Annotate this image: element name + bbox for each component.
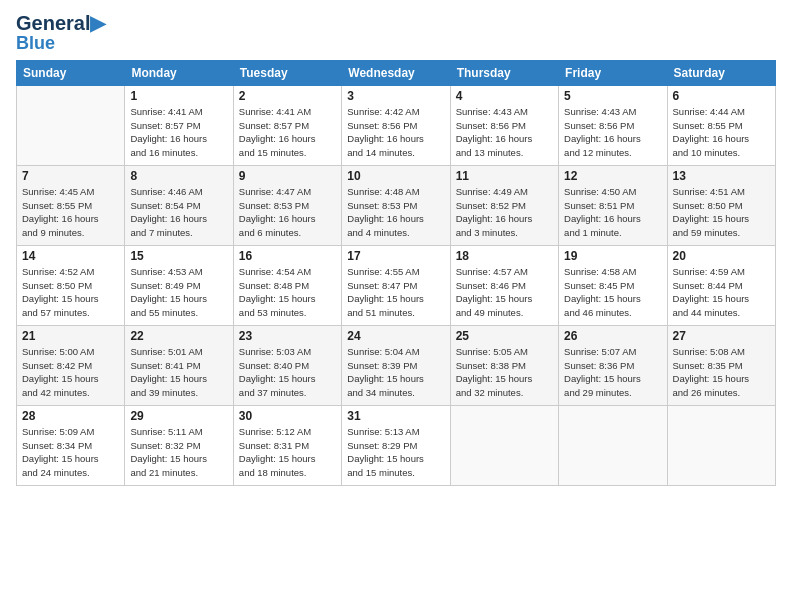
day-info: Sunrise: 4:58 AM Sunset: 8:45 PM Dayligh…: [564, 265, 661, 320]
day-info: Sunrise: 5:03 AM Sunset: 8:40 PM Dayligh…: [239, 345, 336, 400]
calendar-cell: [559, 405, 667, 485]
day-info: Sunrise: 4:43 AM Sunset: 8:56 PM Dayligh…: [564, 105, 661, 160]
day-number: 15: [130, 249, 227, 263]
calendar-header-cell: Friday: [559, 60, 667, 85]
calendar-cell: [17, 85, 125, 165]
calendar-cell: 11Sunrise: 4:49 AM Sunset: 8:52 PM Dayli…: [450, 165, 558, 245]
day-info: Sunrise: 5:12 AM Sunset: 8:31 PM Dayligh…: [239, 425, 336, 480]
day-number: 13: [673, 169, 770, 183]
calendar-cell: 8Sunrise: 4:46 AM Sunset: 8:54 PM Daylig…: [125, 165, 233, 245]
calendar-cell: 1Sunrise: 4:41 AM Sunset: 8:57 PM Daylig…: [125, 85, 233, 165]
calendar-cell: 20Sunrise: 4:59 AM Sunset: 8:44 PM Dayli…: [667, 245, 775, 325]
calendar-cell: 24Sunrise: 5:04 AM Sunset: 8:39 PM Dayli…: [342, 325, 450, 405]
day-number: 8: [130, 169, 227, 183]
day-info: Sunrise: 4:44 AM Sunset: 8:55 PM Dayligh…: [673, 105, 770, 160]
day-number: 30: [239, 409, 336, 423]
day-info: Sunrise: 5:09 AM Sunset: 8:34 PM Dayligh…: [22, 425, 119, 480]
day-info: Sunrise: 4:47 AM Sunset: 8:53 PM Dayligh…: [239, 185, 336, 240]
day-info: Sunrise: 4:46 AM Sunset: 8:54 PM Dayligh…: [130, 185, 227, 240]
day-number: 11: [456, 169, 553, 183]
calendar-week-row: 1Sunrise: 4:41 AM Sunset: 8:57 PM Daylig…: [17, 85, 776, 165]
calendar-cell: 4Sunrise: 4:43 AM Sunset: 8:56 PM Daylig…: [450, 85, 558, 165]
calendar-cell: 9Sunrise: 4:47 AM Sunset: 8:53 PM Daylig…: [233, 165, 341, 245]
day-info: Sunrise: 4:43 AM Sunset: 8:56 PM Dayligh…: [456, 105, 553, 160]
calendar-cell: [667, 405, 775, 485]
day-number: 9: [239, 169, 336, 183]
calendar-table: SundayMondayTuesdayWednesdayThursdayFrid…: [16, 60, 776, 486]
page: General▶ Blue SundayMondayTuesdayWednesd…: [0, 0, 792, 612]
calendar-cell: 16Sunrise: 4:54 AM Sunset: 8:48 PM Dayli…: [233, 245, 341, 325]
day-info: Sunrise: 5:04 AM Sunset: 8:39 PM Dayligh…: [347, 345, 444, 400]
day-number: 25: [456, 329, 553, 343]
day-info: Sunrise: 5:01 AM Sunset: 8:41 PM Dayligh…: [130, 345, 227, 400]
day-info: Sunrise: 4:42 AM Sunset: 8:56 PM Dayligh…: [347, 105, 444, 160]
day-info: Sunrise: 5:07 AM Sunset: 8:36 PM Dayligh…: [564, 345, 661, 400]
day-number: 27: [673, 329, 770, 343]
day-info: Sunrise: 4:51 AM Sunset: 8:50 PM Dayligh…: [673, 185, 770, 240]
day-number: 4: [456, 89, 553, 103]
logo-blue: Blue: [16, 34, 55, 54]
day-number: 17: [347, 249, 444, 263]
calendar-cell: 22Sunrise: 5:01 AM Sunset: 8:41 PM Dayli…: [125, 325, 233, 405]
calendar-cell: 15Sunrise: 4:53 AM Sunset: 8:49 PM Dayli…: [125, 245, 233, 325]
day-number: 2: [239, 89, 336, 103]
calendar-header-row: SundayMondayTuesdayWednesdayThursdayFrid…: [17, 60, 776, 85]
day-info: Sunrise: 4:48 AM Sunset: 8:53 PM Dayligh…: [347, 185, 444, 240]
day-number: 10: [347, 169, 444, 183]
day-number: 24: [347, 329, 444, 343]
day-number: 7: [22, 169, 119, 183]
calendar-header-cell: Sunday: [17, 60, 125, 85]
day-number: 3: [347, 89, 444, 103]
day-number: 14: [22, 249, 119, 263]
day-number: 18: [456, 249, 553, 263]
calendar-cell: 26Sunrise: 5:07 AM Sunset: 8:36 PM Dayli…: [559, 325, 667, 405]
calendar-header-cell: Thursday: [450, 60, 558, 85]
calendar-cell: 27Sunrise: 5:08 AM Sunset: 8:35 PM Dayli…: [667, 325, 775, 405]
calendar-cell: 7Sunrise: 4:45 AM Sunset: 8:55 PM Daylig…: [17, 165, 125, 245]
day-info: Sunrise: 4:57 AM Sunset: 8:46 PM Dayligh…: [456, 265, 553, 320]
day-number: 28: [22, 409, 119, 423]
day-number: 31: [347, 409, 444, 423]
calendar-cell: 6Sunrise: 4:44 AM Sunset: 8:55 PM Daylig…: [667, 85, 775, 165]
day-number: 16: [239, 249, 336, 263]
calendar-cell: 19Sunrise: 4:58 AM Sunset: 8:45 PM Dayli…: [559, 245, 667, 325]
calendar-cell: 28Sunrise: 5:09 AM Sunset: 8:34 PM Dayli…: [17, 405, 125, 485]
day-info: Sunrise: 5:08 AM Sunset: 8:35 PM Dayligh…: [673, 345, 770, 400]
day-number: 5: [564, 89, 661, 103]
day-number: 26: [564, 329, 661, 343]
day-info: Sunrise: 4:54 AM Sunset: 8:48 PM Dayligh…: [239, 265, 336, 320]
calendar-week-row: 28Sunrise: 5:09 AM Sunset: 8:34 PM Dayli…: [17, 405, 776, 485]
logo: General▶ Blue: [16, 12, 105, 54]
day-number: 6: [673, 89, 770, 103]
calendar-cell: 21Sunrise: 5:00 AM Sunset: 8:42 PM Dayli…: [17, 325, 125, 405]
calendar-cell: 14Sunrise: 4:52 AM Sunset: 8:50 PM Dayli…: [17, 245, 125, 325]
calendar-header-cell: Wednesday: [342, 60, 450, 85]
day-info: Sunrise: 4:52 AM Sunset: 8:50 PM Dayligh…: [22, 265, 119, 320]
day-number: 23: [239, 329, 336, 343]
calendar-cell: 30Sunrise: 5:12 AM Sunset: 8:31 PM Dayli…: [233, 405, 341, 485]
calendar-week-row: 7Sunrise: 4:45 AM Sunset: 8:55 PM Daylig…: [17, 165, 776, 245]
calendar-cell: 18Sunrise: 4:57 AM Sunset: 8:46 PM Dayli…: [450, 245, 558, 325]
calendar-cell: 25Sunrise: 5:05 AM Sunset: 8:38 PM Dayli…: [450, 325, 558, 405]
calendar-cell: 29Sunrise: 5:11 AM Sunset: 8:32 PM Dayli…: [125, 405, 233, 485]
header: General▶ Blue: [16, 12, 776, 54]
day-info: Sunrise: 4:55 AM Sunset: 8:47 PM Dayligh…: [347, 265, 444, 320]
day-number: 19: [564, 249, 661, 263]
calendar-cell: 13Sunrise: 4:51 AM Sunset: 8:50 PM Dayli…: [667, 165, 775, 245]
calendar-cell: 31Sunrise: 5:13 AM Sunset: 8:29 PM Dayli…: [342, 405, 450, 485]
calendar-week-row: 21Sunrise: 5:00 AM Sunset: 8:42 PM Dayli…: [17, 325, 776, 405]
day-info: Sunrise: 4:45 AM Sunset: 8:55 PM Dayligh…: [22, 185, 119, 240]
day-number: 1: [130, 89, 227, 103]
day-info: Sunrise: 4:41 AM Sunset: 8:57 PM Dayligh…: [239, 105, 336, 160]
calendar-header-cell: Monday: [125, 60, 233, 85]
calendar-cell: 12Sunrise: 4:50 AM Sunset: 8:51 PM Dayli…: [559, 165, 667, 245]
day-info: Sunrise: 5:11 AM Sunset: 8:32 PM Dayligh…: [130, 425, 227, 480]
day-number: 20: [673, 249, 770, 263]
day-info: Sunrise: 4:41 AM Sunset: 8:57 PM Dayligh…: [130, 105, 227, 160]
day-info: Sunrise: 5:05 AM Sunset: 8:38 PM Dayligh…: [456, 345, 553, 400]
calendar-cell: 10Sunrise: 4:48 AM Sunset: 8:53 PM Dayli…: [342, 165, 450, 245]
calendar-cell: 2Sunrise: 4:41 AM Sunset: 8:57 PM Daylig…: [233, 85, 341, 165]
day-number: 22: [130, 329, 227, 343]
day-info: Sunrise: 4:50 AM Sunset: 8:51 PM Dayligh…: [564, 185, 661, 240]
day-number: 21: [22, 329, 119, 343]
